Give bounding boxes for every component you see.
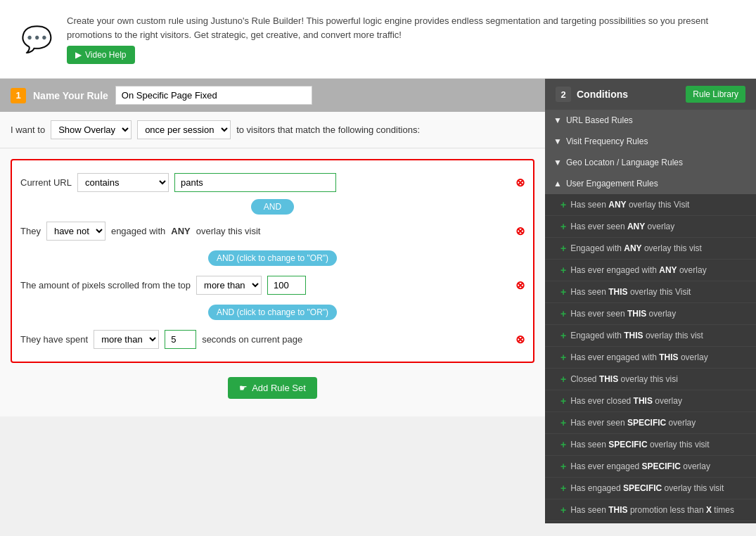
chat-icon: 💬 [21,25,53,54]
plus-icon-12: + [560,439,566,450]
chevron-up-icon: ▲ [553,179,562,189]
top-banner: 💬 Create your own custom rule using Just… [0,0,756,79]
visit-frequency-rules-header[interactable]: ▼ Visit Frequency Rules [545,131,756,152]
plus-icon-15: + [560,504,566,516]
rule-header: 1 Name Your Rule [0,79,545,112]
hand-icon: ☛ [239,383,248,393]
remove-url-condition-button[interactable]: ⊗ [515,176,525,189]
chevron-down-icon: ▼ [553,115,562,125]
i-want-row: I want to Show Overlay once per session … [0,112,545,148]
url-value-input[interactable] [174,173,336,192]
engaged-with-any-overlay-item[interactable]: + Engaged with ANY overlay this vist [545,238,756,260]
rule-set-box: Current URL contains does not contain eq… [11,159,534,363]
has-ever-engaged-this-overlay-item[interactable]: + Has ever engaged with THIS overlay [545,347,756,369]
i-want-to-label: I want to [11,125,45,135]
x-bold-1: X [706,505,712,515]
right-panel: 2 Conditions Rule Library ▼ URL Based Ru… [545,79,756,523]
specific-bold-4: SPECIFIC [623,483,662,493]
has-ever-seen-specific-overlay-item[interactable]: + Has ever seen SPECIFIC overlay [545,412,756,434]
conditions-area: Current URL contains does not contain eq… [0,148,545,416]
seconds-condition-row: They have spent more than less than seco… [20,326,525,353]
any-bold-1: ANY [608,200,626,210]
user-engagement-rules-header[interactable]: ▲ User Engagement Rules [545,173,756,194]
specific-bold-2: SPECIFIC [608,440,647,449]
and-connector-2: AND (click to change to "OR") [20,302,525,323]
url-condition-row: Current URL contains does not contain eq… [20,169,525,196]
left-panel: 1 Name Your Rule I want to Show Overlay … [0,79,545,523]
has-ever-engaged-specific-overlay-item[interactable]: + Has ever engaged SPECIFIC overlay [545,456,756,478]
has-seen-any-overlay-item[interactable]: + Has seen ANY overlay this Visit [545,194,756,216]
seconds-value-input[interactable] [165,330,196,349]
video-help-button[interactable]: ▶ Video Help [67,46,135,64]
plus-icon-11: + [560,417,566,428]
seconds-operator-select[interactable]: more than less than [94,330,159,349]
this-bold-3: THIS [624,331,643,340]
current-url-label: Current URL [20,177,72,188]
engagement-operator-select[interactable]: have not have [46,222,105,241]
pixels-label: The amount of pixels scrolled from the t… [20,280,191,291]
play-icon: ▶ [75,50,82,60]
and-connector-1: AND (click to change to "OR") [20,248,525,269]
url-based-rules-header[interactable]: ▼ URL Based Rules [545,110,756,131]
remove-seconds-condition-button[interactable]: ⊗ [515,333,525,346]
plus-icon-9: + [560,374,566,385]
user-engagement-rules-label: User Engagement Rules [566,179,658,189]
chevron-down-icon-2: ▼ [553,136,562,146]
pixels-operator-select[interactable]: more than less than equal to [196,276,262,295]
show-overlay-select[interactable]: Show Overlay [51,120,132,139]
rule-name-label: Name Your Rule [33,90,108,101]
geo-location-rules-header[interactable]: ▼ Geo Locaton / Language Rules [545,152,756,173]
rule-name-input[interactable] [115,86,312,105]
and-or-toggle-3[interactable]: AND (click to change to "OR") [208,305,337,320]
overlay-label: overlay this visit [196,226,261,236]
geo-location-rules-label: Geo Locaton / Language Rules [566,158,683,167]
right-panel-header: 2 Conditions Rule Library [545,79,756,110]
any-bold-2: ANY [627,222,645,231]
rule-library-button[interactable]: Rule Library [686,86,745,103]
banner-text: Create your own custom rule using Justun… [67,14,735,42]
and-or-toggle-2[interactable]: AND (click to change to "OR") [208,250,337,266]
seconds-suffix: seconds on current page [202,334,302,345]
has-seen-this-overlay-visit-item[interactable]: + Has seen THIS overlay this Visit [545,281,756,303]
plus-icon-5: + [560,286,566,298]
and-or-toggle-1[interactable]: AND [251,199,294,215]
conditions-number: 2 [556,87,571,102]
this-bold-4: THIS [659,352,678,362]
specific-bold-3: SPECIFIC [642,461,681,471]
any-bold-4: ANY [659,265,677,275]
chevron-down-icon-3: ▼ [553,158,562,167]
add-rule-set-button[interactable]: ☛ Add Rule Set [228,377,317,399]
engaged-with-this-overlay-item[interactable]: + Engaged with THIS overlay this vist [545,325,756,347]
main-layout: 1 Name Your Rule I want to Show Overlay … [0,79,756,523]
has-ever-seen-this-overlay-item[interactable]: + Has ever seen THIS overlay [545,303,756,325]
has-ever-engaged-any-overlay-item[interactable]: + Has ever engaged with ANY overlay [545,260,756,281]
remove-engagement-condition-button[interactable]: ⊗ [515,224,525,238]
has-seen-specific-overlay-visit-item[interactable]: + Has seen SPECIFIC overlay this visit [545,434,756,456]
has-ever-seen-any-overlay-item[interactable]: + Has ever seen ANY overlay [545,216,756,238]
url-based-rules-label: URL Based Rules [566,115,633,125]
conditions-header-left: 2 Conditions [556,87,628,102]
closed-this-overlay-item[interactable]: + Closed THIS overlay this visi [545,369,756,390]
any-bold-label: ANY [171,226,190,236]
plus-icon-10: + [560,395,566,407]
they-label: They [20,226,41,236]
frequency-select[interactable]: once per session [137,120,231,139]
they-have-spent-label: They have spent [20,334,88,345]
plus-icon-1: + [560,199,566,210]
add-rule-set-container: ☛ Add Rule Set [11,370,534,406]
url-operator-select[interactable]: contains does not contain equals [77,173,169,192]
has-seen-this-promotion-times-item[interactable]: + Has seen THIS promotion less than X ti… [545,499,756,521]
has-engaged-specific-overlay-visit-item[interactable]: + Has engaged SPECIFIC overlay this visi… [545,478,756,499]
add-condition-connector: AND [20,196,525,217]
rule-number: 1 [11,88,26,103]
visit-frequency-rules-label: Visit Frequency Rules [566,136,648,146]
engaged-with-label: engaged with [111,226,165,236]
visitors-label: to visitors that match the following con… [236,125,420,135]
any-bold-3: ANY [624,243,641,253]
pixels-value-input[interactable] [267,276,306,295]
remove-pixels-condition-button[interactable]: ⊗ [515,279,525,292]
has-ever-closed-this-overlay-item[interactable]: + Has ever closed THIS overlay [545,390,756,412]
this-bold-5: THIS [599,374,618,384]
plus-icon-2: + [560,221,566,232]
this-bold-7: THIS [608,505,627,515]
